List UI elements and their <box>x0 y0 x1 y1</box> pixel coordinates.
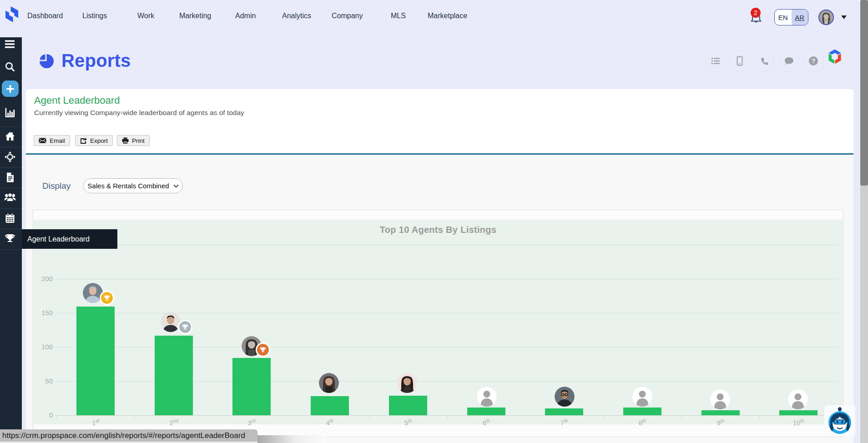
svg-text:?: ? <box>812 57 816 65</box>
